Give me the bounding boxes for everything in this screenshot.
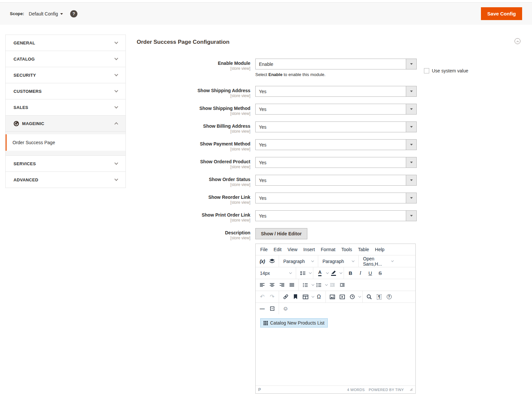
select-value: Yes [259,107,266,112]
underline-icon[interactable]: U [365,269,375,278]
show-print-order-link-select[interactable]: Yes [255,210,417,221]
sidebar-section-security[interactable]: SECURITY [6,67,126,83]
text-color-icon[interactable]: A [315,269,325,278]
insert-variable-icon[interactable]: (x) [257,257,267,266]
align-center-icon[interactable] [267,280,277,290]
emoticon-icon[interactable]: ☺ [281,304,291,313]
resize-handle[interactable] [410,388,413,391]
show-shipping-address-select[interactable]: Yes [255,86,417,97]
select-value: Yes [259,124,266,130]
save-config-button[interactable]: Save Config [481,7,522,20]
menu-format[interactable]: Format [318,245,338,254]
field-label: Enable Module [137,61,250,66]
show-hide-editor-button[interactable]: Show / Hide Editor [255,228,307,239]
search-replace-icon[interactable] [364,292,374,302]
tiny-branding-link[interactable]: POWERED BY TINY [369,388,404,392]
menu-file[interactable]: File [257,245,271,254]
block-format-dropdown[interactable]: Paragraph [281,257,316,266]
sidebar-section-services[interactable]: SERVICES [6,156,126,172]
visual-characters-icon[interactable]: ¶ [374,292,384,302]
show-shipping-method-select[interactable]: Yes [255,104,417,115]
scope-selector[interactable]: Default Config [29,11,63,16]
field-label: Show Order Status [137,177,250,182]
anchor-bookmark-icon[interactable] [291,292,300,302]
enable-module-select[interactable]: Enable [255,59,417,69]
font-family-dropdown[interactable]: Open Sans,H... [360,257,396,266]
mageinic-subpanel: Order Success Page [6,132,126,156]
highlight-color-icon[interactable] [328,269,338,278]
redo-icon[interactable]: ↷ [267,292,277,302]
chevron-down-icon[interactable] [340,271,342,274]
select-value: Yes [259,213,266,219]
special-character-icon[interactable]: Ω [314,292,324,302]
sidebar-section-catalog[interactable]: CATALOG [6,51,126,67]
sidebar-section-sales[interactable]: SALES [6,99,126,116]
config-main-panel: Order Success Page Configuration Enable … [137,39,522,395]
line-height-icon[interactable] [298,269,308,278]
sidebar-section-customers[interactable]: CUSTOMERS [6,83,126,99]
insert-image-icon[interactable] [327,292,337,302]
show-reorder-link-select[interactable]: Yes [255,193,417,203]
field-label: Show Shipping Address [137,88,250,93]
show-billing-address-select[interactable]: Yes [255,121,417,132]
sidebar-item-order-success-page[interactable]: Order Success Page [6,134,126,151]
link-icon[interactable] [281,292,291,302]
chevron-down-icon[interactable] [358,295,361,298]
align-left-icon[interactable] [257,280,267,290]
menu-view[interactable]: View [285,245,300,254]
scope-label: Scope: [10,11,24,16]
use-system-value-checkbox[interactable] [424,68,429,73]
chevron-down-icon[interactable] [309,271,312,274]
sidebar-section-mageinic[interactable]: MAGEINIC [6,116,126,132]
mageinic-logo-icon [14,121,19,126]
chevron-down-icon [114,56,118,60]
bullet-list-icon[interactable] [300,280,310,290]
paragraph-style-dropdown[interactable]: Paragraph [320,257,357,266]
align-justify-icon[interactable] [287,280,297,290]
insert-datetime-icon[interactable] [347,292,357,302]
menu-tools[interactable]: Tools [338,245,355,254]
select-arrow-icon [406,193,416,203]
select-arrow-icon [406,59,416,69]
chevron-down-icon [114,72,118,76]
editor-content-area[interactable]: Catalog New Products List [256,314,415,385]
table-icon[interactable] [300,292,310,302]
undo-icon[interactable]: ↶ [257,292,267,302]
chevron-down-icon [352,259,354,262]
strikethrough-icon[interactable]: S [375,269,385,278]
chevron-up-icon [114,122,118,126]
insert-media-icon[interactable] [337,292,347,302]
element-path[interactable]: P [258,387,261,392]
section-label: CUSTOMERS [14,89,42,94]
show-order-status-select[interactable]: Yes [255,175,417,186]
sidebar-section-general[interactable]: GENERAL [6,35,126,51]
collapse-section-button[interactable] [515,38,520,44]
help-icon[interactable]: ? [70,10,77,17]
font-size-dropdown[interactable]: 14px [257,269,294,278]
align-right-icon[interactable] [277,280,287,290]
select-arrow-icon [406,175,416,185]
italic-icon[interactable]: I [355,269,365,278]
page-break-icon[interactable] [267,304,277,313]
horizontal-rule-icon[interactable]: — [257,304,267,313]
indent-icon[interactable] [337,280,347,290]
bold-icon[interactable]: B [346,269,355,278]
select-arrow-icon [406,140,416,150]
help-icon[interactable]: ? [384,292,394,302]
insert-widget-icon[interactable] [267,257,277,266]
show-payment-method-select[interactable]: Yes [255,139,417,150]
outdent-icon[interactable] [327,280,337,290]
field-scope: [store view] [137,147,250,151]
section-label: GENERAL [14,40,35,45]
menu-insert[interactable]: Insert [300,245,318,254]
select-value: Yes [259,178,266,183]
field-label: Show Print Order Link [137,213,250,218]
config-header-bar: Scope: Default Config ? Save Config [0,2,532,25]
sidebar-section-advanced[interactable]: ADVANCED [6,172,126,188]
menu-edit[interactable]: Edit [271,245,285,254]
widget-placeholder-chip[interactable]: Catalog New Products List [260,318,328,328]
show-ordered-product-select[interactable]: Yes [255,157,417,168]
numbered-list-icon[interactable] [314,280,324,290]
menu-table[interactable]: Table [355,245,372,254]
menu-help[interactable]: Help [372,245,387,254]
